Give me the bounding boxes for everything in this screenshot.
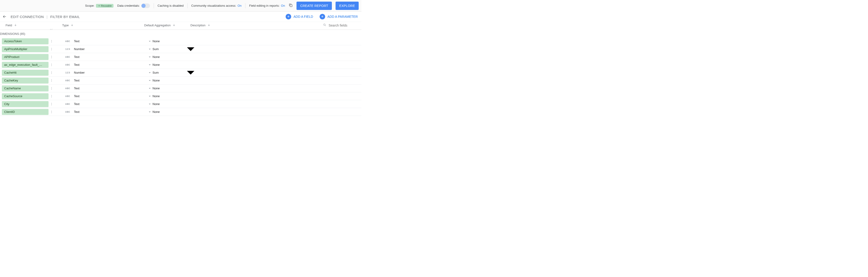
- svg-point-22: [51, 89, 52, 90]
- search-icon[interactable]: [323, 23, 326, 27]
- field-chip[interactable]: CacheName: [2, 85, 49, 92]
- table-row: CacheNameABCTextNone: [0, 84, 362, 92]
- sort-arrow-down-icon[interactable]: [173, 23, 176, 27]
- type-dropdown-icon[interactable]: [147, 40, 153, 42]
- kebab-menu-icon[interactable]: [49, 40, 55, 43]
- svg-point-5: [51, 48, 52, 48]
- explore-button[interactable]: EXPLORE: [336, 2, 359, 10]
- header-type[interactable]: Type: [62, 24, 69, 27]
- svg-point-7: [51, 50, 52, 50]
- svg-point-1: [323, 24, 325, 25]
- nav-bar: EDIT CONNECTION | FILTER BY EMAIL + ADD …: [0, 11, 362, 22]
- type-dropdown-icon[interactable]: [147, 48, 153, 50]
- svg-point-13: [51, 66, 52, 66]
- kebab-menu-icon[interactable]: [49, 95, 55, 98]
- add-parameter-label: ADD A PARAMETER: [328, 15, 358, 19]
- share-arrow-icon: [98, 5, 100, 7]
- kebab-menu-icon[interactable]: [49, 103, 55, 106]
- table-row: CacheHit123NumberSum: [0, 69, 362, 77]
- aggregation-value: None: [153, 86, 186, 90]
- header-aggregation[interactable]: Default Aggregation: [144, 24, 170, 27]
- community-value: On: [238, 4, 242, 7]
- type-dropdown-icon[interactable]: [147, 111, 153, 113]
- type-dropdown-icon[interactable]: [147, 79, 153, 82]
- type-icon: 123: [65, 48, 71, 50]
- field-chip[interactable]: CacheKey: [2, 77, 49, 83]
- aggregation-value: Sum: [153, 47, 186, 51]
- type-label: Text: [74, 39, 80, 43]
- svg-point-15: [51, 72, 52, 73]
- search-input[interactable]: [329, 24, 359, 27]
- copy-icon[interactable]: [289, 3, 293, 8]
- type-label: Number: [74, 71, 85, 74]
- back-arrow-icon[interactable]: [1, 13, 8, 20]
- svg-rect-0: [290, 5, 292, 7]
- kebab-menu-icon[interactable]: [49, 71, 55, 74]
- kebab-menu-icon[interactable]: [49, 63, 55, 67]
- field-chip[interactable]: ax_edge_execution_fault_…: [2, 62, 49, 68]
- svg-point-2: [51, 40, 52, 40]
- svg-point-17: [51, 79, 52, 80]
- type-icon: 123: [65, 71, 71, 74]
- kebab-menu-icon[interactable]: [49, 110, 55, 113]
- type-icon: ABC: [65, 64, 71, 66]
- svg-point-3: [51, 41, 52, 41]
- type-dropdown-icon[interactable]: [147, 103, 153, 105]
- kebab-menu-icon[interactable]: [49, 87, 55, 90]
- credentials-section: Data credentials:: [117, 3, 150, 8]
- sort-arrow-down-icon[interactable]: [70, 23, 74, 27]
- svg-point-9: [51, 57, 52, 57]
- field-chip[interactable]: ClientID: [2, 109, 49, 115]
- field-chip[interactable]: APIProduct: [2, 54, 49, 60]
- type-icon: ABC: [65, 40, 71, 43]
- aggregation-value: None: [153, 110, 186, 113]
- type-icon: ABC: [65, 95, 71, 98]
- svg-point-12: [51, 64, 52, 65]
- type-icon: ABC: [65, 56, 71, 59]
- field-chip[interactable]: CacheSource: [2, 93, 49, 99]
- type-dropdown-icon[interactable]: [147, 72, 153, 74]
- sort-arrow-down-icon[interactable]: [207, 23, 211, 27]
- aggregation-dropdown-icon[interactable]: [186, 68, 195, 77]
- info-bar: Scope: Reusable Data credentials: Cachin…: [0, 0, 362, 11]
- scope-label: Scope:: [85, 4, 94, 7]
- type-dropdown-icon[interactable]: [147, 95, 153, 97]
- field-edit-label: Field editing in reports:: [249, 4, 280, 7]
- kebab-menu-icon[interactable]: [49, 47, 55, 51]
- type-dropdown-icon[interactable]: [147, 64, 153, 66]
- sort-arrow-down-icon[interactable]: [14, 23, 17, 27]
- type-label: Text: [74, 102, 80, 106]
- breadcrumb-filter-by-email[interactable]: FILTER BY EMAIL: [51, 15, 80, 19]
- breadcrumb-edit-connection[interactable]: EDIT CONNECTION: [11, 15, 44, 19]
- header-field[interactable]: Field: [5, 24, 12, 27]
- type-dropdown-icon[interactable]: [147, 87, 153, 90]
- field-chip[interactable]: City: [2, 101, 49, 107]
- type-dropdown-icon[interactable]: [147, 56, 153, 58]
- svg-point-14: [51, 71, 52, 72]
- breadcrumb-separator: |: [46, 15, 48, 19]
- scope-reusable-chip[interactable]: Reusable: [96, 4, 114, 8]
- svg-point-25: [51, 97, 52, 97]
- field-chip[interactable]: ApiPriceMultiplier: [2, 46, 49, 52]
- create-report-button[interactable]: CREATE REPORT: [297, 2, 332, 10]
- svg-point-23: [51, 95, 52, 95]
- type-label: Text: [74, 63, 80, 67]
- table-row: CacheSourceABCTextNone: [0, 92, 362, 100]
- aggregation-value: None: [153, 39, 186, 43]
- credentials-label: Data credentials:: [117, 4, 140, 7]
- add-field-button[interactable]: + ADD A FIELD: [286, 14, 313, 20]
- svg-point-11: [51, 64, 52, 64]
- kebab-menu-icon[interactable]: [49, 56, 55, 59]
- type-icon: ABC: [65, 87, 71, 90]
- community-section: Community visualizations access: On: [191, 4, 242, 7]
- credentials-switch[interactable]: [141, 3, 150, 8]
- svg-point-20: [51, 87, 52, 88]
- resize-handle-icon[interactable]: ⸝⸝: [50, 27, 53, 30]
- aggregation-dropdown-icon[interactable]: [186, 44, 195, 54]
- kebab-menu-icon[interactable]: [49, 79, 55, 82]
- community-label: Community visualizations access:: [191, 4, 236, 7]
- field-chip[interactable]: AccessToken: [2, 38, 49, 44]
- header-description[interactable]: Description: [190, 24, 206, 27]
- field-chip[interactable]: CacheHit: [2, 70, 49, 76]
- add-parameter-button[interactable]: + ADD A PARAMETER: [320, 14, 358, 20]
